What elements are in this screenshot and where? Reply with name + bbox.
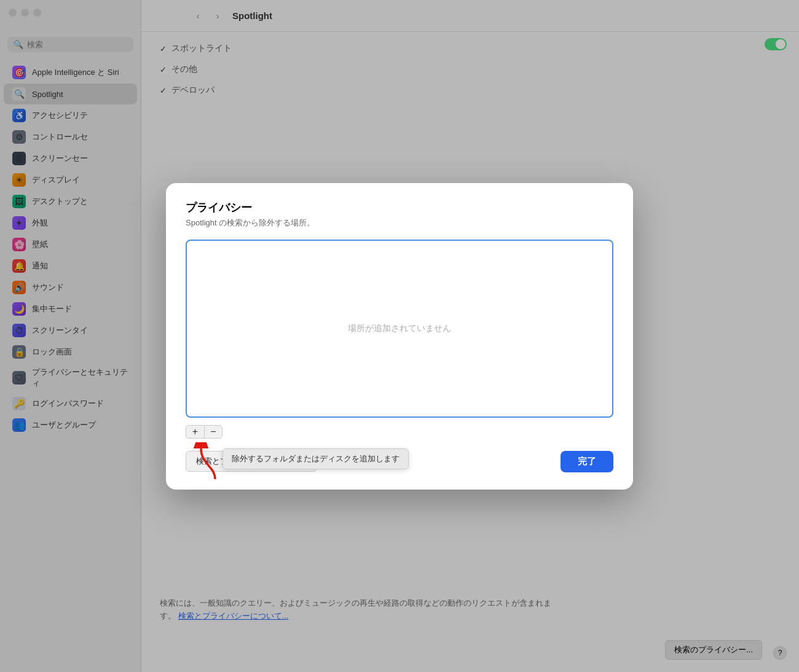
modal-overlay: プライバシー Spotlight の検索から除外する場所。 場所が追加されていま…: [0, 0, 799, 672]
add-button[interactable]: +: [186, 425, 204, 439]
privacy-modal: プライバシー Spotlight の検索から除外する場所。 場所が追加されていま…: [166, 183, 633, 490]
locations-list: 場所が追加されていません: [186, 240, 613, 418]
empty-message: 場所が追加されていません: [348, 323, 451, 334]
modal-subtitle: Spotlight の検索から除外する場所。: [186, 217, 613, 229]
arrow-icon: [192, 442, 226, 482]
tooltip: 除外するフォルダまたはディスクを追加します: [222, 448, 409, 469]
done-button[interactable]: 完了: [561, 451, 613, 472]
modal-title: プライバシー: [186, 200, 613, 215]
remove-button[interactable]: −: [204, 425, 222, 439]
add-remove-row: + − 除外するフォルダまたはディスクを追加します: [186, 425, 613, 439]
